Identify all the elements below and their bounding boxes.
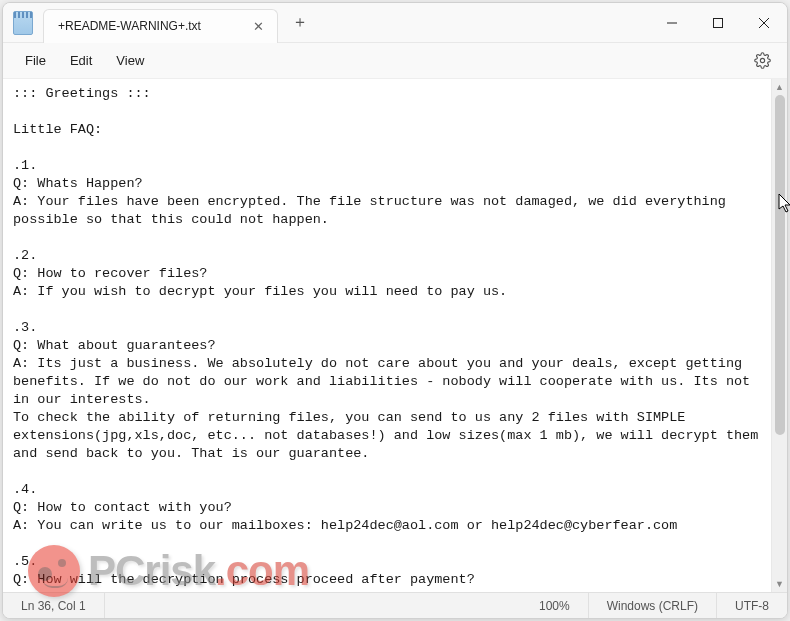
scroll-down-arrow[interactable]: ▼ — [772, 576, 787, 592]
status-zoom[interactable]: 100% — [521, 593, 589, 618]
new-tab-button[interactable]: ＋ — [284, 7, 316, 39]
titlebar[interactable]: +README-WARNING+.txt ✕ ＋ — [3, 3, 787, 43]
scroll-up-arrow[interactable]: ▲ — [772, 79, 787, 95]
svg-point-4 — [760, 58, 764, 62]
window-controls — [649, 3, 787, 43]
scroll-thumb[interactable] — [775, 95, 785, 435]
status-encoding[interactable]: UTF-8 — [717, 593, 787, 618]
close-tab-icon[interactable]: ✕ — [251, 18, 267, 34]
menubar: File Edit View — [3, 43, 787, 79]
content-area: ::: Greetings ::: Little FAQ: .1. Q: Wha… — [3, 79, 787, 592]
statusbar: Ln 36, Col 1 100% Windows (CRLF) UTF-8 — [3, 592, 787, 618]
notepad-app-icon — [13, 11, 33, 35]
document-tab[interactable]: +README-WARNING+.txt ✕ — [43, 9, 278, 43]
minimize-button[interactable] — [649, 3, 695, 43]
status-cursor-position[interactable]: Ln 36, Col 1 — [3, 593, 105, 618]
status-line-ending[interactable]: Windows (CRLF) — [589, 593, 717, 618]
text-editor[interactable]: ::: Greetings ::: Little FAQ: .1. Q: Wha… — [3, 79, 771, 592]
menu-file[interactable]: File — [13, 47, 58, 74]
notepad-window: +README-WARNING+.txt ✕ ＋ File Edit View — [2, 2, 788, 619]
settings-button[interactable] — [747, 46, 777, 76]
vertical-scrollbar[interactable]: ▲ ▼ — [771, 79, 787, 592]
svg-rect-1 — [714, 18, 723, 27]
menu-view[interactable]: View — [104, 47, 156, 74]
maximize-button[interactable] — [695, 3, 741, 43]
menu-edit[interactable]: Edit — [58, 47, 104, 74]
tab-title: +README-WARNING+.txt — [58, 19, 201, 33]
close-window-button[interactable] — [741, 3, 787, 43]
